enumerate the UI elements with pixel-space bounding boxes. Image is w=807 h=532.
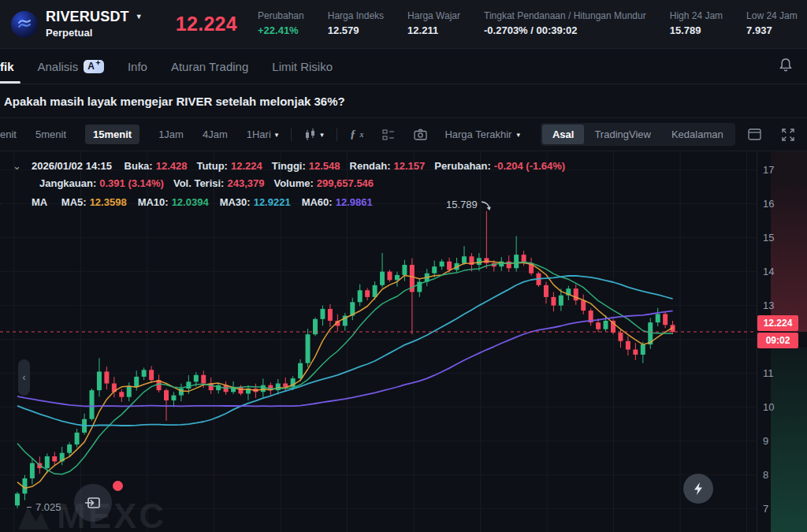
stat-label: Harga Wajar <box>407 11 460 22</box>
price-tick: 10 <box>763 401 774 413</box>
market-type-label: Perpetual <box>46 28 143 39</box>
price-mode-selector[interactable]: Harga Terakhir ▾ <box>444 128 520 140</box>
symbol-selector[interactable]: RIVERUSDT ▼ <box>46 9 143 25</box>
formula-indicator-button[interactable]: ƒx <box>350 128 364 141</box>
interval-5menit[interactable]: 5menit <box>35 128 66 140</box>
token-logo <box>11 11 38 38</box>
price-tick: 17 <box>763 164 774 176</box>
legend-value: 0.391 (3.14%) <box>99 177 164 189</box>
ma-label: MA30: <box>220 196 251 208</box>
price-tick: 11 <box>763 367 774 379</box>
ma-value: 12.9861 <box>336 196 373 208</box>
stat-value: 12.211 <box>407 25 460 37</box>
panel-layout-button[interactable] <box>748 128 761 140</box>
legend-value: 243,379 <box>227 177 264 189</box>
session-low-annotation: 7.025 <box>27 501 61 513</box>
tab-bar: fikAnalisisAInfoAturan TradingLimit Risi… <box>0 49 807 84</box>
ohlc-legend: ⌄ 2026/01/02 14:15 Buka:12.428Tutup:12.2… <box>13 158 565 211</box>
interval-enit[interactable]: enit <box>0 128 17 140</box>
last-price: 12.224 <box>176 13 237 35</box>
indicators-list-button[interactable] <box>382 129 395 140</box>
legend-value: 12.224 <box>231 160 262 172</box>
legend-value: 12.428 <box>156 160 188 172</box>
ma-legend: ⌄ MA MA5:12.3598MA10:12.0394MA30:12.9221… <box>13 194 565 211</box>
ma-value: 12.9221 <box>254 196 291 208</box>
tab-analisis[interactable]: AnalisisA <box>38 49 104 84</box>
legend-label: Perubahan: <box>434 160 491 172</box>
ma-label: MA10: <box>138 196 169 208</box>
interval-4jam[interactable]: 4Jam <box>203 128 228 140</box>
stat-value: 12.579 <box>328 25 384 37</box>
tab-limit-risiko[interactable]: Limit Risiko <box>272 49 333 84</box>
header: RIVERUSDT ▼ Perpetual 12.224 Perubahan+2… <box>0 0 807 49</box>
quick-trade-button[interactable] <box>683 474 713 504</box>
interval-list: enit5menit15menit1Jam4Jam1Hari▾ <box>0 125 278 144</box>
view-tradingview[interactable]: TradingView <box>584 125 661 144</box>
tab-aturan-trading[interactable]: Aturan Trading <box>171 49 248 84</box>
ohlc-row-1: 2026/01/02 14:15 Buka:12.428Tutup:12.224… <box>13 158 565 175</box>
stat-label: Tingkat Pendanaan / Hitungan Mundur <box>484 11 646 22</box>
screenshot-button[interactable] <box>414 128 427 140</box>
candle-datetime: 2026/01/02 14:15 <box>32 160 112 172</box>
sparkle-icon <box>95 60 101 65</box>
notifications-button[interactable] <box>779 58 793 76</box>
countdown-badge: 09:02 <box>757 333 798 348</box>
ai-question-banner[interactable]: Apakah masih layak mengejar RIVER setela… <box>0 84 807 118</box>
legend-value: 12.157 <box>394 160 426 172</box>
interval-label: enit <box>0 128 17 140</box>
view-asal[interactable]: Asal <box>542 125 584 144</box>
price-tick: 14 <box>763 266 774 277</box>
lightning-icon <box>693 482 704 496</box>
bell-icon <box>779 58 793 73</box>
interval-label: 5menit <box>35 128 66 140</box>
legend-value: 299,657.546 <box>317 177 374 189</box>
tab-label: fik <box>0 60 14 73</box>
tab-fik[interactable]: fik <box>0 49 14 84</box>
notification-dot <box>111 479 125 493</box>
legend-label: Vol. Terisi: <box>173 177 225 189</box>
price-mode-label: Harga Terakhir <box>444 128 511 140</box>
tab-label: Info <box>128 60 147 73</box>
low-tick-mark <box>27 507 32 508</box>
legend-label: Tinggi: <box>272 160 306 172</box>
chart-view-switcher: AsalTradingViewKedalaman <box>541 123 735 146</box>
stat-label: Low 24 Jam <box>746 11 798 22</box>
collapse-ma-icon[interactable]: ⌄ <box>0 194 2 211</box>
price-tick: 13 <box>763 299 774 311</box>
order-history-icon <box>84 494 102 512</box>
header-stat: Harga Indeks12.579 <box>328 11 384 38</box>
candle-style-selector[interactable]: ▾ <box>304 128 324 141</box>
candlestick-icon <box>304 128 316 141</box>
ma-value: 12.3598 <box>90 196 127 208</box>
view-kedalaman[interactable]: Kedalaman <box>661 125 734 144</box>
chevron-down-icon: ▾ <box>320 131 324 139</box>
interval-label: 15menit <box>93 128 132 140</box>
fullscreen-button[interactable] <box>782 128 794 141</box>
tab-label: Aturan Trading <box>171 60 248 73</box>
collapse-panel-handle[interactable]: ‹ <box>18 359 30 396</box>
collapse-legend-icon[interactable]: ⌄ <box>13 158 21 175</box>
ai-question-text: Apakah masih layak mengejar RIVER setela… <box>4 95 345 108</box>
price-tick: 16 <box>763 198 774 210</box>
camera-icon <box>414 128 427 140</box>
price-tick: 8 <box>763 469 768 481</box>
ai-badge-icon: A <box>84 60 104 73</box>
legend-label: Buka: <box>125 160 153 172</box>
interval-label: 1Jam <box>158 128 184 140</box>
interval-1jam[interactable]: 1Jam <box>158 128 184 140</box>
chart-canvas[interactable]: 17161514131110987 12.224 09:02 ⌄ 2026/01… <box>0 151 807 532</box>
chart-toolbar: enit5menit15menit1Jam4Jam1Hari▾ ▾ ƒx Har… <box>0 118 807 151</box>
interval-15menit[interactable]: 15menit <box>85 125 139 144</box>
tab-info[interactable]: Info <box>128 49 147 84</box>
legend-value: 12.548 <box>309 160 340 172</box>
interval-1hari[interactable]: 1Hari▾ <box>247 128 279 140</box>
header-stats: Perubahan+22.41%Harga Indeks12.579Harga … <box>258 11 798 38</box>
stat-value: +22.41% <box>258 25 304 37</box>
price-tick: 15 <box>763 232 774 244</box>
order-history-button[interactable] <box>74 484 112 522</box>
stat-label: Perubahan <box>258 11 304 22</box>
ma-value: 12.0394 <box>172 196 209 208</box>
header-stat: Low 24 Jam7.937 <box>746 11 798 38</box>
header-stat: High 24 Jam15.789 <box>670 11 723 38</box>
chevron-down-icon: ▼ <box>136 13 143 21</box>
